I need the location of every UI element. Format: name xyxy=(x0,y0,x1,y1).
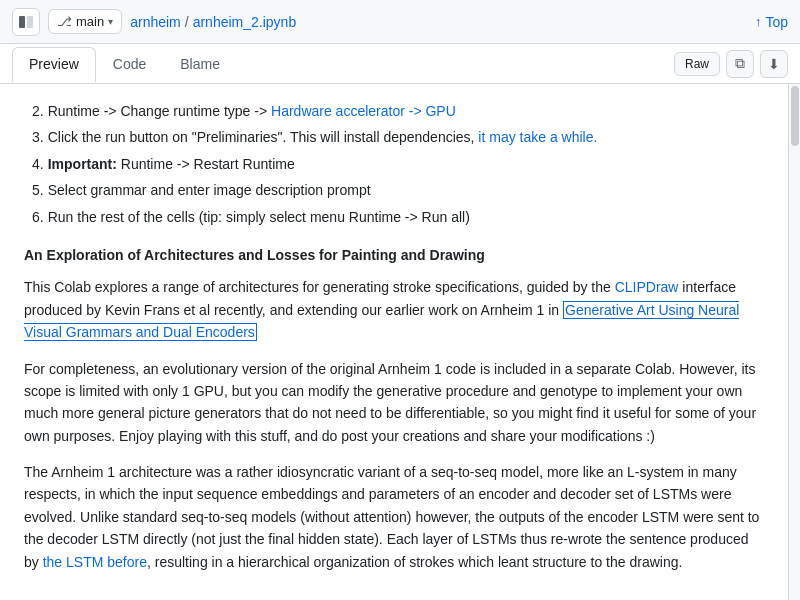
notebook-content: 2. Runtime -> Change runtime type -> Har… xyxy=(0,84,788,600)
list-item: 6. Run the rest of the cells (tip: simpl… xyxy=(32,206,764,228)
tab-actions: Raw ⧉ ⬇ xyxy=(674,50,788,78)
paragraph-1: This Colab explores a range of architect… xyxy=(24,276,764,343)
scrollbar-track[interactable] xyxy=(788,84,800,600)
setup-list: 2. Runtime -> Change runtime type -> Har… xyxy=(24,100,764,228)
paragraph-2: For completeness, an evolutionary versio… xyxy=(24,358,764,448)
sidebar-icon xyxy=(18,14,34,30)
copy-button[interactable]: ⧉ xyxy=(726,50,754,78)
generative-art-link[interactable]: Generative Art Using Neural Visual Gramm… xyxy=(24,301,739,341)
raw-button[interactable]: Raw xyxy=(674,52,720,76)
branch-selector[interactable]: ⎇ main ▾ xyxy=(48,9,122,34)
list-item: 3. Click the run button on "Preliminarie… xyxy=(32,126,764,148)
branch-name: main xyxy=(76,14,104,29)
sidebar-toggle-button[interactable] xyxy=(12,8,40,36)
important-label: Important: xyxy=(48,156,117,172)
download-button[interactable]: ⬇ xyxy=(760,50,788,78)
tab-code[interactable]: Code xyxy=(96,47,163,81)
top-bar: ⎇ main ▾ arnheim / arnheim_2.ipynb ↑ Top xyxy=(0,0,800,44)
tabs: Preview Code Blame xyxy=(12,47,237,81)
content-wrapper: 2. Runtime -> Change runtime type -> Har… xyxy=(0,84,800,600)
tab-preview[interactable]: Preview xyxy=(12,47,96,82)
list-item: 2. Runtime -> Change runtime type -> Har… xyxy=(32,100,764,122)
branch-icon: ⎇ xyxy=(57,14,72,29)
copy-icon: ⧉ xyxy=(735,55,745,72)
list-item: 4. Important: Runtime -> Restart Runtime xyxy=(32,153,764,175)
tab-bar: Preview Code Blame Raw ⧉ ⬇ xyxy=(0,44,800,84)
breadcrumb-file[interactable]: arnheim_2.ipynb xyxy=(193,14,297,30)
hardware-accelerator-link[interactable]: Hardware accelerator -> GPU xyxy=(271,103,456,119)
clipdraw-link[interactable]: CLIPDraw xyxy=(615,279,679,295)
download-icon: ⬇ xyxy=(768,56,780,72)
scrollbar-thumb[interactable] xyxy=(791,86,799,146)
top-label: Top xyxy=(765,14,788,30)
top-link[interactable]: ↑ Top xyxy=(755,14,788,30)
tab-blame[interactable]: Blame xyxy=(163,47,237,81)
breadcrumb-user[interactable]: arnheim xyxy=(130,14,181,30)
svg-rect-0 xyxy=(19,16,25,28)
svg-rect-1 xyxy=(27,16,33,28)
list-item: 5. Select grammar and enter image descri… xyxy=(32,179,764,201)
paragraph-3: The Arnheim 1 architecture was a rather … xyxy=(24,461,764,573)
chevron-down-icon: ▾ xyxy=(108,16,113,27)
breadcrumb: arnheim / arnheim_2.ipynb xyxy=(130,14,296,30)
breadcrumb-separator: / xyxy=(185,14,189,30)
section-title: An Exploration of Architectures and Loss… xyxy=(24,244,764,266)
arrow-up-icon: ↑ xyxy=(755,14,762,29)
